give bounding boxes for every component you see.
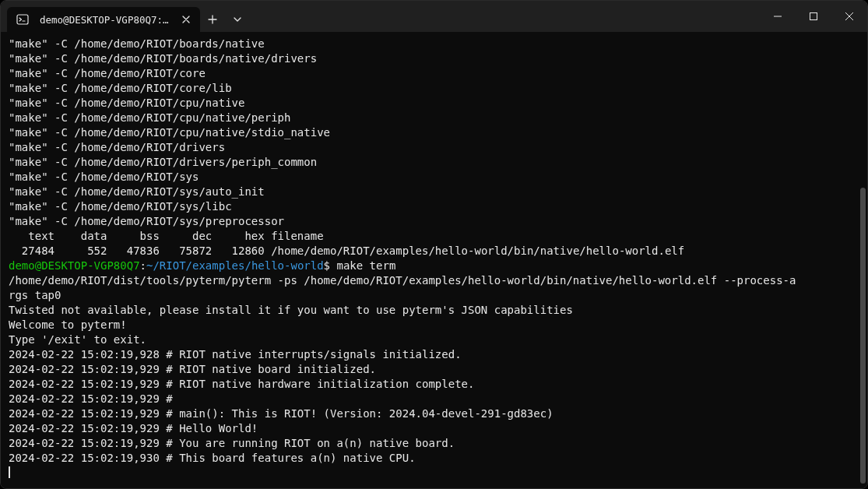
prompt-line: demo@DESKTOP-VGP80Q7:~/RIOT/examples/hel… xyxy=(9,259,859,273)
cursor-line xyxy=(9,466,859,480)
terminal-line: 2024-02-22 15:02:19,929 # main(): This i… xyxy=(9,406,859,421)
terminal-tab[interactable]: demo@DESKTOP-VGP80Q7: ~ xyxy=(7,7,200,32)
tab-dropdown-button[interactable] xyxy=(225,7,250,32)
terminal-icon xyxy=(16,13,29,26)
minimize-button[interactable] xyxy=(760,1,796,32)
tab-strip: demo@DESKTOP-VGP80Q7: ~ xyxy=(1,1,250,32)
cursor xyxy=(9,466,10,478)
terminal-line: 2024-02-22 15:02:19,929 # Hello World! xyxy=(9,421,859,436)
scrollbar-thumb[interactable] xyxy=(860,188,866,484)
terminal-line: rgs tap0 xyxy=(9,288,859,303)
terminal-line: "make" -C /home/demo/RIOT/sys/libc xyxy=(9,199,859,214)
terminal-area[interactable]: "make" -C /home/demo/RIOT/boards/native"… xyxy=(1,32,867,488)
terminal-line: "make" -C /home/demo/RIOT/drivers xyxy=(9,140,859,155)
tab-title: demo@DESKTOP-VGP80Q7: ~ xyxy=(40,14,174,26)
prompt-path: ~/RIOT/examples/hello-world xyxy=(146,259,324,272)
prompt-sep: : xyxy=(140,259,146,272)
terminal-line: "make" -C /home/demo/RIOT/core xyxy=(9,66,859,81)
terminal-line: 2024-02-22 15:02:19,929 # RIOT native bo… xyxy=(9,362,859,377)
terminal-line: "make" -C /home/demo/RIOT/core/lib xyxy=(9,81,859,96)
terminal-line: "make" -C /home/demo/RIOT/boards/native/… xyxy=(9,51,859,66)
prompt-dollar: $ xyxy=(324,259,337,272)
terminal-line: Twisted not available, please install it… xyxy=(9,303,859,318)
close-button[interactable] xyxy=(831,1,867,32)
terminal-line: text data bss dec hex filename xyxy=(9,229,859,244)
terminal-line: "make" -C /home/demo/RIOT/cpu/native/std… xyxy=(9,125,859,140)
titlebar: demo@DESKTOP-VGP80Q7: ~ xyxy=(1,1,867,32)
terminal-content[interactable]: "make" -C /home/demo/RIOT/boards/native"… xyxy=(1,32,867,488)
prompt-user: demo@DESKTOP-VGP80Q7 xyxy=(9,259,140,272)
terminal-line: 2024-02-22 15:02:19,929 # You are runnin… xyxy=(9,436,859,451)
terminal-line: 2024-02-22 15:02:19,928 # RIOT native in… xyxy=(9,347,859,362)
terminal-line: "make" -C /home/demo/RIOT/cpu/native/per… xyxy=(9,111,859,125)
new-tab-button[interactable] xyxy=(200,7,225,32)
terminal-line: /home/demo/RIOT/dist/tools/pyterm/pyterm… xyxy=(9,273,859,288)
terminal-line: "make" -C /home/demo/RIOT/sys xyxy=(9,170,859,185)
terminal-line: 2024-02-22 15:02:19,930 # This board fea… xyxy=(9,451,859,466)
terminal-line: "make" -C /home/demo/RIOT/cpu/native xyxy=(9,96,859,111)
svg-rect-0 xyxy=(17,15,28,24)
terminal-line: Type '/exit' to exit. xyxy=(9,332,859,347)
window-controls xyxy=(760,1,867,32)
terminal-line: "make" -C /home/demo/RIOT/boards/native xyxy=(9,37,859,51)
maximize-button[interactable] xyxy=(796,1,831,32)
terminal-line: "make" -C /home/demo/RIOT/sys/preprocess… xyxy=(9,214,859,229)
terminal-line: "make" -C /home/demo/RIOT/drivers/periph… xyxy=(9,155,859,170)
prompt-command: make term xyxy=(336,259,395,272)
terminal-line: 2024-02-22 15:02:19,929 # RIOT native ha… xyxy=(9,377,859,392)
terminal-line: Welcome to pyterm! xyxy=(9,318,859,332)
terminal-line: 27484 552 47836 75872 12860 /home/demo/R… xyxy=(9,244,859,259)
svg-rect-3 xyxy=(810,13,817,20)
tab-close-button[interactable] xyxy=(180,13,192,26)
terminal-line: "make" -C /home/demo/RIOT/sys/auto_init xyxy=(9,185,859,199)
terminal-line: 2024-02-22 15:02:19,929 # xyxy=(9,392,859,406)
terminal-window: demo@DESKTOP-VGP80Q7: ~ xyxy=(0,0,868,489)
